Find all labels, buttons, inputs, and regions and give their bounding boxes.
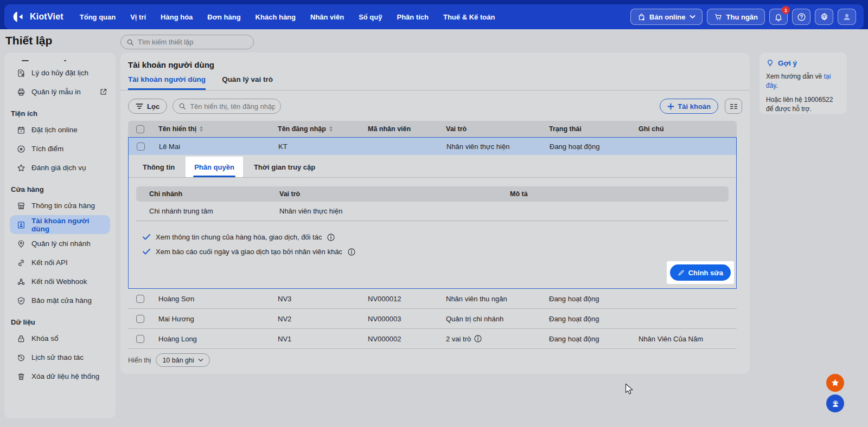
menu-don-hang[interactable]: Đơn hàng [207,13,240,21]
sidebar-item-quan-ly-chi-nhanh[interactable]: Quản lý chi nhánh [10,234,110,253]
thu-ngan-button[interactable]: Thu ngân [707,9,765,25]
row-checkbox[interactable] [136,335,144,343]
sidebar-item-thong-tin-cua-hang[interactable]: Thông tin cửa hàng [10,196,110,215]
menu-so-quy[interactable]: Sổ quỹ [359,13,382,21]
column-settings-button[interactable] [725,99,742,114]
table-row-mai-huong[interactable]: Mai Hương NV2 NV000003 Quản trị chi nhán… [128,309,737,329]
expanded-account-block: Lê Mai KT Nhân viên thực hiện Đang hoạt … [128,137,737,289]
ban-online-button[interactable]: Bán online [630,9,702,25]
detail-tab-thoi-gian-truy-cap[interactable]: Thời gian truy cập [245,157,324,177]
settings-sidebar: Lý do hủy đặt lịch Quản lý mẫu in Tiện í… [4,53,116,418]
cell-status: Đang hoạt động [542,335,632,343]
filter-button[interactable]: Lọc [128,99,167,114]
sidebar-item-khoa-so[interactable]: Khóa sổ [10,329,110,348]
select-all-checkbox[interactable] [136,125,144,133]
shield-check-icon [16,296,25,305]
loyalty-point-icon [16,145,25,153]
sidebar-item-tich-diem[interactable]: Tích điểm [10,139,110,158]
sidebar-item-danh-gia-dich-vu[interactable]: Đánh giá dịch vụ [10,158,110,177]
sidebar-item-bao-mat-cua-hang[interactable]: Bảo mật cửa hàng [10,291,110,310]
notifications-button[interactable]: 1 [769,9,788,25]
account-button[interactable] [838,9,856,25]
page-size-label: Hiển thị [128,357,151,364]
account-search-input[interactable] [190,102,275,111]
pencil-icon [678,269,685,276]
table-row-le-mai[interactable]: Lê Mai KT Nhân viên thực hiện Đang hoạt … [129,138,736,155]
info-icon[interactable] [474,335,482,342]
sidebar-item-quan-ly-mau-in[interactable]: Quản lý mẫu in [10,82,110,101]
cell-role: Nhân viên thu ngân [439,295,542,303]
menu-phan-tich[interactable]: Phân tích [397,13,429,21]
help-button[interactable] [792,9,810,25]
account-search[interactable] [173,99,281,114]
cell-role: Quản trị chi nhánh [439,315,542,323]
col-ten-dang-nhap[interactable]: Tên đăng nhập [278,125,326,133]
sidebar-item-ket-noi-webhook[interactable]: Kết nối Webhook [10,272,110,291]
trash-icon [16,372,25,381]
cell-employee-code: NV000002 [361,335,439,343]
sort-icon[interactable] [200,126,203,132]
col-ghi-chu: Ghi chú [639,125,664,133]
sort-icon[interactable] [329,126,333,132]
lightbulb-icon [766,59,774,67]
permission-label: Xem thông tin chung của hàng hóa, giao d… [156,233,322,241]
settings-search[interactable] [120,35,254,49]
promo-fab-button[interactable] [826,374,844,392]
sidebar-item-clipped[interactable] [10,56,110,62]
table-row-hoang-son[interactable]: Hoàng Sơn NV3 NV000012 Nhân viên thu ngâ… [128,289,737,309]
brand[interactable]: KiotViet [12,10,63,23]
sidebar-item-xoa-du-lieu-he-thong[interactable]: Xóa dữ liệu hệ thống [10,367,110,386]
coachmark-highlight: Chỉnh sửa [667,261,734,284]
shopping-bag-plus-icon [637,13,646,21]
add-account-button[interactable]: Tài khoản [660,99,718,114]
link-icon [16,258,25,267]
sidebar-item-lich-su-thao-tac[interactable]: Lịch sử thao tác [10,348,110,367]
help-icon [797,12,806,22]
permission-item: Xem thông tin chung của hàng hóa, giao d… [143,230,729,244]
table-row-hoang-long[interactable]: Hoàng Long NV1 NV000002 2 vai trò Đang h… [128,329,737,349]
mouse-cursor [625,383,634,396]
columns-icon [730,103,738,110]
filter-label: Lọc [147,102,159,111]
row-checkbox[interactable] [136,315,144,323]
menu-tong-quan[interactable]: Tổng quan [80,13,116,21]
detail-tab-phan-quyen[interactable]: Phân quyền [186,157,243,177]
menu-thue-ke-toan[interactable]: Thuế & Kế toán [443,13,495,21]
settings-button[interactable] [815,9,833,25]
menu-khach-hang[interactable]: Khách hàng [256,13,296,21]
table-footer: Hiển thị 10 bản ghi [128,353,737,367]
edit-button[interactable]: Chỉnh sửa [670,264,731,281]
settings-search-input[interactable] [138,38,248,46]
sidebar-item-ket-noi-api[interactable]: Kết nối API [10,253,110,272]
inner-col-mo-ta: Mô tả [497,190,729,198]
support-fab-button[interactable] [826,394,844,412]
info-icon[interactable] [327,234,335,241]
sidebar-item-label: Quản lý chi nhánh [31,240,91,248]
sidebar-item-dat-lich-online[interactable]: Đặt lịch online [10,120,110,139]
detail-tab-thong-tin[interactable]: Thông tin [134,157,183,177]
edit-button-label: Chỉnh sửa [688,269,723,277]
sidebar-item-ly-do-huy-dat-lich[interactable]: Lý do hủy đặt lịch [10,63,110,82]
sidebar-section-tien-ich: Tiện ích [11,109,110,118]
tab-tai-khoan-nguoi-dung[interactable]: Tài khoản người dùng [128,75,206,90]
menu-nhan-vien[interactable]: Nhân viên [310,13,344,21]
sidebar-item-tai-khoan-nguoi-dung[interactable]: Tài khoản người dùng [10,215,110,234]
search-icon [126,38,134,46]
row-checkbox[interactable] [136,295,144,303]
tab-quan-ly-vai-tro[interactable]: Quản lý vai trò [222,75,273,90]
sidebar-item-label: Tích điểm [31,145,63,153]
sidebar-item-label: Tài khoản người dùng [31,217,108,233]
row-checkbox[interactable] [137,143,145,151]
cell-username: NV3 [271,295,361,303]
sidebar-item-label: Bảo mật cửa hàng [31,296,92,305]
thu-ngan-label: Thu ngân [726,13,758,21]
cell-username: KT [272,143,362,151]
inner-col-vai-tro: Vai trò [266,190,497,198]
col-ten-hien-thi[interactable]: Tên hiển thị [158,125,196,133]
info-icon[interactable] [348,248,355,256]
menu-vi-tri[interactable]: Vị trí [130,13,146,21]
page-size-value: 10 bản ghi [162,357,194,364]
cell-display-name: Mai Hương [152,315,271,323]
menu-hang-hoa[interactable]: Hàng hóa [161,13,193,21]
page-size-select[interactable]: 10 bản ghi [156,353,209,367]
